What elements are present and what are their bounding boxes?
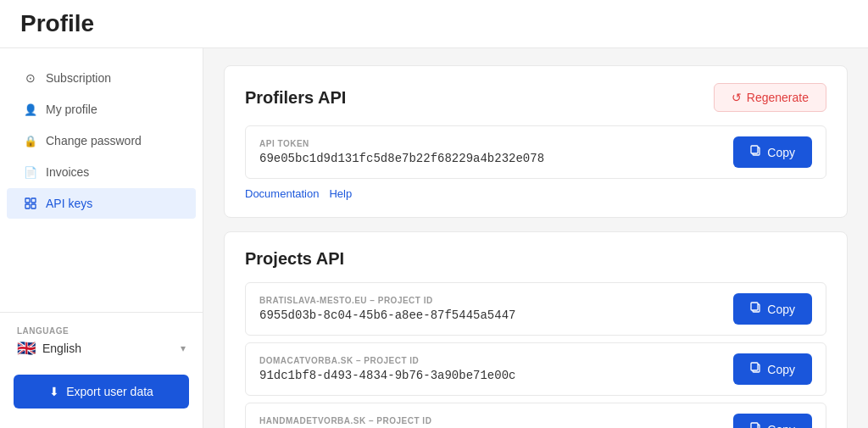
project-copy-label-0: Copy [767, 303, 795, 316]
svg-rect-5 [751, 146, 758, 153]
sidebar-item-label: Change password [46, 134, 142, 147]
profilers-token-value: 69e05bc1d9d131fc5d8e7b22f68229a4b232e078 [259, 152, 544, 165]
language-value: English [42, 342, 81, 355]
chevron-down-icon: ▾ [181, 342, 186, 354]
language-selector[interactable]: 🇬🇧 English ▾ [17, 339, 186, 358]
svg-rect-2 [25, 204, 30, 208]
main-content: Profilers API ↺ Regenerate API TOKEN 69e… [203, 48, 868, 428]
project-id-1: 91dc1bf8-d493-4834-9b76-3a90be71e00c [259, 369, 515, 382]
export-user-data-button[interactable]: ⬇ Export user data [14, 375, 189, 409]
layout: ⊙ Subscription 👤 My profile 🔒 Change pas… [0, 48, 868, 428]
page-header: Profile [0, 0, 868, 48]
flag-icon: 🇬🇧 [17, 339, 36, 358]
projects-api-title: Projects API [245, 249, 344, 269]
page-title: Profile [20, 10, 848, 37]
refresh-icon: ↺ [732, 91, 742, 104]
copy-icon [750, 145, 762, 159]
table-row: DOMACATVORBA.SK – PROJECT ID 91dc1bf8-d4… [245, 342, 826, 396]
doc-links: Documentation Help [245, 187, 826, 200]
sidebar-item-label: API keys [46, 197, 92, 210]
table-row: HANDMADETVORBA.SK – PROJECT ID e04c1fe4-… [245, 403, 826, 428]
svg-rect-7 [751, 303, 758, 310]
profilers-api-card: Profilers API ↺ Regenerate API TOKEN 69e… [224, 65, 848, 218]
project-info-1: DOMACATVORBA.SK – PROJECT ID 91dc1bf8-d4… [259, 356, 515, 382]
profilers-token-info: API TOKEN 69e05bc1d9d131fc5d8e7b22f68229… [259, 139, 544, 165]
projects-api-header: Projects API [245, 249, 826, 269]
download-icon: ⬇ [49, 385, 59, 398]
project-label-2: HANDMADETVORBA.SK – PROJECT ID [259, 416, 515, 425]
svg-rect-11 [751, 423, 758, 428]
project-label-1: DOMACATVORBA.SK – PROJECT ID [259, 356, 515, 365]
api-keys-icon [24, 197, 37, 210]
sidebar-item-label: My profile [46, 103, 97, 116]
project-info-0: BRATISLAVA-MESTO.EU – PROJECT ID 6955d03… [259, 296, 515, 322]
svg-rect-3 [31, 204, 36, 208]
person-icon: 👤 [24, 103, 37, 116]
table-row: BRATISLAVA-MESTO.EU – PROJECT ID 6955d03… [245, 282, 826, 336]
profilers-api-header: Profilers API ↺ Regenerate [245, 83, 826, 112]
language-label: LANGUAGE [17, 326, 186, 336]
projects-api-card: Projects API BRATISLAVA-MESTO.EU – PROJE… [224, 231, 848, 428]
sidebar-item-invoices[interactable]: 📄 Invoices [7, 157, 196, 187]
profilers-copy-button[interactable]: Copy [733, 136, 812, 168]
profilers-api-title: Profilers API [245, 88, 346, 108]
copy-icon [750, 422, 762, 428]
documentation-link[interactable]: Documentation [245, 187, 319, 200]
sidebar-item-api-keys[interactable]: API keys [7, 188, 196, 219]
project-copy-button-0[interactable]: Copy [733, 293, 812, 325]
project-copy-label-2: Copy [767, 423, 795, 429]
project-copy-label-1: Copy [767, 363, 795, 376]
invoice-icon: 📄 [24, 165, 37, 179]
sidebar-nav: ⊙ Subscription 👤 My profile 🔒 Change pas… [0, 62, 203, 305]
subscription-icon: ⊙ [24, 71, 37, 85]
sidebar-item-label: Subscription [46, 71, 111, 85]
copy-icon [750, 362, 762, 376]
regenerate-button[interactable]: ↺ Regenerate [714, 83, 826, 112]
project-id-0: 6955d03b-8c04-45b6-a8ee-87f5445a5447 [259, 308, 515, 322]
svg-rect-0 [25, 198, 30, 203]
profilers-token-label: API TOKEN [259, 139, 544, 148]
sidebar-item-change-password[interactable]: 🔒 Change password [7, 125, 196, 156]
profilers-copy-label: Copy [767, 146, 795, 159]
svg-rect-1 [31, 198, 36, 203]
project-copy-button-2[interactable]: Copy [733, 414, 812, 428]
language-section: LANGUAGE 🇬🇧 English ▾ [0, 320, 203, 364]
regenerate-label: Regenerate [747, 91, 809, 104]
export-button-label: Export user data [66, 385, 153, 398]
sidebar-item-my-profile[interactable]: 👤 My profile [7, 94, 196, 125]
sidebar-divider [0, 312, 203, 313]
sidebar: ⊙ Subscription 👤 My profile 🔒 Change pas… [0, 48, 203, 428]
help-link[interactable]: Help [329, 187, 352, 200]
project-copy-button-1[interactable]: Copy [733, 353, 812, 385]
sidebar-item-subscription[interactable]: ⊙ Subscription [7, 63, 196, 93]
project-label-0: BRATISLAVA-MESTO.EU – PROJECT ID [259, 296, 515, 305]
sidebar-item-label: Invoices [46, 165, 89, 179]
profilers-token-section: API TOKEN 69e05bc1d9d131fc5d8e7b22f68229… [245, 125, 826, 179]
copy-icon [750, 302, 762, 316]
lock-icon: 🔒 [24, 134, 37, 147]
svg-rect-9 [751, 363, 758, 370]
project-info-2: HANDMADETVORBA.SK – PROJECT ID e04c1fe4-… [259, 416, 515, 428]
